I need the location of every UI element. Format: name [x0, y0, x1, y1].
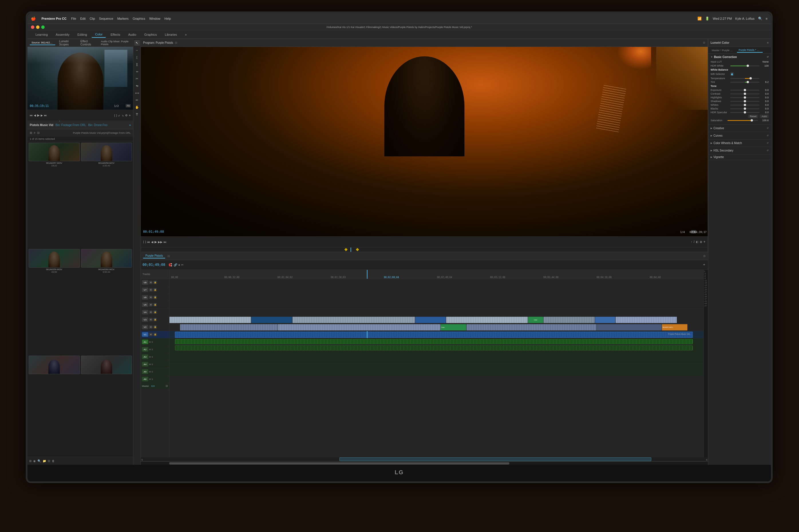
master-expand[interactable]: ⊟: [166, 384, 168, 387]
tool-slide[interactable]: ⟺: [134, 90, 140, 96]
audio-clip-mixer-tab[interactable]: Audio Clip Mixer: Purple Pistols: [99, 39, 131, 46]
seq-btn-linked[interactable]: 🔗: [174, 263, 177, 266]
source-ctrl-play[interactable]: ▶: [37, 113, 39, 117]
prog-btn-play[interactable]: ▶: [155, 240, 157, 244]
menu-edit[interactable]: Edit: [80, 17, 86, 20]
prog-btn-stepfwd[interactable]: ▶▶: [158, 241, 163, 244]
thumb-item-1[interactable]: 961A6257.MOV 19;22: [29, 142, 80, 248]
track-v3-lock[interactable]: 🔒: [153, 318, 157, 321]
prog-btn-compare[interactable]: ◧: [696, 241, 698, 243]
timeline-v4[interactable]: [169, 309, 704, 316]
hdr-specular-track[interactable]: [730, 112, 760, 113]
lumetri-menu-icon[interactable]: ≡: [767, 41, 769, 44]
v2-clip-2[interactable]: [278, 324, 440, 330]
source-ctrl-prev[interactable]: ⏮: [30, 114, 33, 117]
whites-track[interactable]: [730, 104, 760, 106]
lumetri-clip-tab-master[interactable]: Master * Purple Pistols.mp3: [710, 48, 736, 52]
track-v7-lock[interactable]: 🔒: [153, 288, 157, 291]
close-button[interactable]: [31, 25, 34, 29]
track-v4-eye[interactable]: 👁: [149, 310, 152, 314]
track-v6-lock[interactable]: 🔒: [153, 296, 157, 299]
seq-tab-icon[interactable]: ⊟: [167, 254, 170, 258]
basic-correction-title[interactable]: Basic Correction ↺: [711, 55, 769, 59]
timeline-v5[interactable]: [169, 301, 704, 309]
v3-clip-3[interactable]: [292, 317, 415, 323]
hdr-white-thumb[interactable]: [747, 64, 749, 67]
timeline-a1[interactable]: [169, 339, 704, 345]
track-v1-eye[interactable]: 👁: [149, 333, 152, 336]
tool-type[interactable]: T: [134, 112, 140, 117]
track-a2-m[interactable]: M: [149, 348, 151, 350]
source-ctrl-mark-in[interactable]: {: [114, 114, 115, 117]
timeline-v1[interactable]: Purple Pistols Music Vid...: [169, 331, 704, 339]
source-ctrl-plus[interactable]: +: [129, 113, 131, 117]
prog-btn-mark-in[interactable]: {: [143, 241, 144, 243]
seq-btn-razor[interactable]: ✂: [181, 263, 183, 266]
track-a4-m[interactable]: M: [149, 363, 151, 365]
sequence-tab-main[interactable]: Purple Pistols: [143, 253, 165, 259]
search-icon[interactable]: 🔍: [758, 17, 762, 21]
track-v4-lock[interactable]: 🔒: [153, 310, 157, 314]
timeline-area[interactable]: 00;00 00;00;32;00 00;01;04;02 00;01;36;0…: [169, 270, 704, 458]
highlights-track[interactable]: [730, 97, 760, 98]
hsl-secondary-icon[interactable]: ↺: [767, 149, 769, 152]
tab-audio[interactable]: Audio: [125, 32, 140, 37]
contrast-track[interactable]: [730, 94, 760, 94]
track-v5-eye[interactable]: 👁: [149, 303, 152, 306]
timeline-v8[interactable]: [169, 279, 704, 286]
seq-btn-snap[interactable]: 🧲: [168, 263, 172, 266]
tool-rate-stretch[interactable]: ⇔: [134, 69, 140, 74]
shadows-track[interactable]: [730, 101, 760, 102]
tool-pen[interactable]: ✏: [134, 97, 140, 103]
track-v1-lock[interactable]: 🔒: [153, 333, 157, 336]
seq-timecode[interactable]: 00;01;49;08: [143, 263, 165, 267]
timeline-a6[interactable]: [169, 370, 704, 376]
track-a2-s[interactable]: S: [152, 348, 153, 350]
prog-btn-next[interactable]: ⏭: [164, 241, 166, 244]
v3-clip-4[interactable]: [415, 317, 446, 323]
tab-learning[interactable]: Learning: [32, 32, 51, 37]
v2-clip-3[interactable]: [467, 324, 596, 330]
tab-libraries[interactable]: Libraries: [161, 32, 180, 37]
wb-eyedropper[interactable]: 💧: [730, 72, 734, 76]
project-bin1[interactable]: Bin: Footage From ORL: [55, 124, 86, 127]
whites-thumb[interactable]: [744, 104, 746, 106]
menu-sequence[interactable]: Sequence: [99, 17, 113, 20]
wb-title[interactable]: White Balance: [711, 68, 728, 71]
seq-btn-settings[interactable]: ⚙: [703, 254, 706, 258]
track-v8-lock[interactable]: 🔒: [153, 281, 157, 284]
exposure-track[interactable]: [730, 90, 760, 91]
blacks-track[interactable]: [730, 108, 760, 109]
track-a5-s[interactable]: S: [152, 371, 153, 373]
program-settings[interactable]: ⚙: [703, 41, 705, 44]
temperature-track[interactable]: [730, 78, 760, 79]
v3-clip-9[interactable]: [616, 317, 677, 323]
timeline-scrollbar[interactable]: [141, 461, 708, 465]
track-a1-s[interactable]: S: [152, 341, 153, 343]
seq-btn-add-track[interactable]: +: [703, 263, 705, 267]
source-ctrl-stepfwd[interactable]: ▶: [41, 114, 43, 117]
bc-reset-btn[interactable]: ↺: [767, 56, 769, 58]
source-ctrl-mark-out[interactable]: }: [116, 114, 117, 117]
shadows-thumb[interactable]: [744, 100, 746, 102]
fullscreen-button[interactable]: [41, 25, 44, 29]
scrollbar-thumb[interactable]: [169, 462, 509, 464]
tool-slip[interactable]: ⇆: [134, 83, 140, 89]
project-btn-list[interactable]: ⊞: [29, 459, 32, 462]
menu-window[interactable]: Window: [149, 17, 160, 20]
input-lut-value[interactable]: None: [762, 60, 769, 63]
tint-track[interactable]: [730, 82, 760, 82]
timeline-a3[interactable]: [169, 351, 704, 357]
timeline-v3[interactable]: Color: [169, 316, 704, 324]
v2-named-clip[interactable]: 961A6257.MOV...: [662, 324, 687, 330]
tab-effects[interactable]: Effects: [107, 32, 123, 37]
reset-btn[interactable]: Reset: [748, 115, 758, 118]
track-v5-lock[interactable]: 🔒: [153, 303, 157, 306]
timeline-ruler[interactable]: 00;00 00;00;32;00 00;01;04;02 00;01;36;0…: [169, 270, 704, 279]
prog-btn-mark-out[interactable]: }: [145, 241, 146, 243]
tool-select[interactable]: ↖: [134, 40, 140, 46]
project-btn-delete[interactable]: 🗑: [52, 459, 55, 462]
v3-clip-2[interactable]: [251, 317, 292, 323]
source-fit-label[interactable]: Fit: [126, 104, 131, 108]
menu-graphics[interactable]: Graphics: [132, 17, 145, 20]
